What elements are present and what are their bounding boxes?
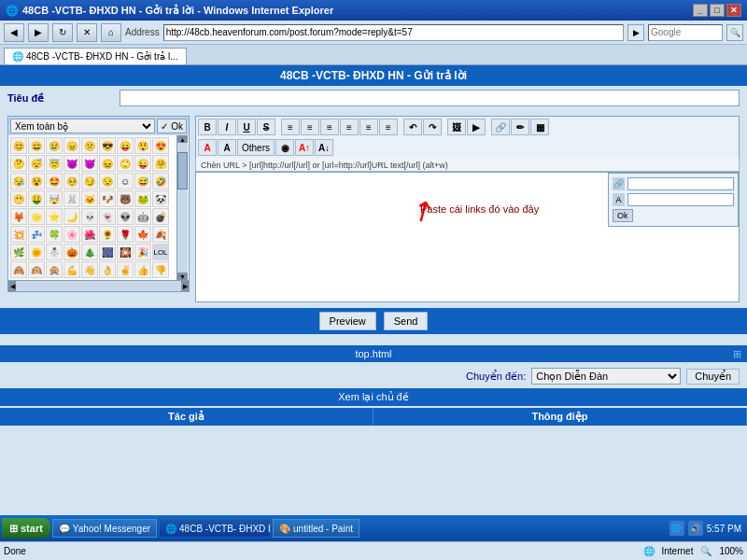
home-btn[interactable]: ⌂ bbox=[101, 23, 121, 42]
emoji-item[interactable]: 😴 bbox=[28, 155, 45, 172]
emoji-item[interactable]: 💀 bbox=[81, 208, 98, 225]
send-btn[interactable]: Send bbox=[384, 312, 429, 330]
emoji-item[interactable]: 😬 bbox=[10, 190, 27, 207]
subject-input[interactable] bbox=[120, 90, 740, 106]
emoji-item[interactable]: 🍂 bbox=[152, 226, 169, 243]
emoji-item[interactable]: ⭐ bbox=[46, 208, 63, 225]
bold-btn[interactable]: B bbox=[198, 119, 217, 135]
emoji-item[interactable]: 😇 bbox=[46, 155, 63, 172]
media-btn[interactable]: ▶ bbox=[467, 119, 486, 135]
emoji-item[interactable]: 🍀 bbox=[46, 226, 63, 243]
emoji-item[interactable]: 🎃 bbox=[63, 244, 80, 260]
window-controls[interactable]: _ □ ✕ bbox=[693, 4, 741, 17]
redirect-select[interactable]: Chọn Diễn Đàn bbox=[531, 368, 681, 385]
scroll-left-btn[interactable]: ◀ bbox=[8, 281, 16, 291]
emoji-item[interactable]: 😅 bbox=[134, 173, 151, 189]
emoji-item[interactable]: ☺ bbox=[117, 173, 134, 189]
preview-btn[interactable]: Preview bbox=[319, 312, 376, 330]
emoji-item[interactable]: 🤔 bbox=[10, 155, 27, 172]
emoji-item[interactable]: 😎 bbox=[99, 137, 116, 154]
emoji-item[interactable]: 🌸 bbox=[63, 226, 80, 243]
emoji-item[interactable]: 🤩 bbox=[46, 173, 63, 189]
emoji-item[interactable]: 😍 bbox=[152, 137, 169, 154]
emoji-item[interactable]: 🤣 bbox=[152, 173, 169, 189]
emoji-item[interactable]: 🦊 bbox=[10, 208, 27, 225]
emoji-item[interactable]: 😊 bbox=[10, 137, 27, 154]
active-tab[interactable]: 🌐 48CB -VCTB- ĐHXD HN - Gởi trả l... bbox=[4, 48, 187, 64]
scroll-right-btn[interactable]: ▶ bbox=[181, 281, 189, 291]
emoji-item[interactable]: 😪 bbox=[10, 173, 27, 189]
emoji-hscrollbar[interactable]: ◀ ▶ bbox=[8, 280, 189, 291]
align-left-btn[interactable]: ≡ bbox=[281, 119, 300, 135]
taskbar-item-paint[interactable]: 🎨 untitled - Paint bbox=[273, 519, 359, 538]
emoji-item[interactable]: 😛 bbox=[117, 137, 134, 154]
font-increase-btn[interactable]: A↑ bbox=[295, 139, 314, 156]
emoji-item[interactable]: 🌺 bbox=[81, 226, 98, 243]
emoji-item[interactable]: 🙄 bbox=[117, 155, 134, 172]
ul-btn[interactable]: ≡ bbox=[379, 119, 398, 135]
emoji-item[interactable]: 💥 bbox=[10, 226, 27, 243]
emoji-item[interactable]: 🤖 bbox=[134, 208, 151, 225]
emoji-item[interactable]: 🎆 bbox=[99, 244, 116, 260]
start-btn[interactable]: ⊞ start bbox=[2, 518, 50, 539]
emoji-item[interactable]: 😒 bbox=[99, 173, 116, 189]
emoji-item[interactable]: 😏 bbox=[81, 173, 98, 189]
emoji-item[interactable]: ✌ bbox=[117, 261, 134, 278]
emoji-item[interactable]: 🐱 bbox=[81, 190, 98, 207]
edit-btn[interactable]: ✏ bbox=[511, 119, 529, 135]
forward-btn[interactable]: ▶ bbox=[28, 23, 49, 42]
emoji-item[interactable]: 👻 bbox=[99, 208, 116, 225]
scroll-up-btn[interactable]: ▲ bbox=[177, 135, 188, 143]
search-btn[interactable]: 🔍 bbox=[726, 24, 743, 41]
emoji-item[interactable]: 😢 bbox=[46, 137, 63, 154]
scroll-thumb[interactable] bbox=[177, 152, 188, 189]
image-btn[interactable]: 🖼 bbox=[447, 119, 466, 135]
undo-btn[interactable]: ↶ bbox=[403, 119, 422, 135]
strikethrough-btn[interactable]: S bbox=[257, 119, 275, 135]
emoji-item[interactable]: 🥺 bbox=[63, 173, 80, 189]
underline-btn[interactable]: U bbox=[237, 119, 256, 135]
minimize-btn[interactable]: _ bbox=[693, 4, 708, 17]
emoji-item[interactable]: 😲 bbox=[134, 137, 151, 154]
emoji-item[interactable]: 👽 bbox=[117, 208, 134, 225]
italic-btn[interactable]: I bbox=[218, 119, 236, 135]
smiley-btn[interactable]: ◉ bbox=[275, 139, 294, 156]
font-size-btn[interactable]: A bbox=[218, 139, 236, 156]
emoji-item[interactable]: 👍 bbox=[134, 261, 151, 278]
ol-btn[interactable]: ≡ bbox=[359, 119, 378, 135]
emoji-item[interactable]: 🙊 bbox=[46, 261, 63, 278]
emoji-item[interactable]: 😄 bbox=[28, 137, 45, 154]
font-color-btn[interactable]: A bbox=[198, 139, 217, 156]
emoji-item[interactable]: 🐻 bbox=[117, 190, 134, 207]
emoji-item[interactable]: 🎇 bbox=[117, 244, 134, 260]
address-input[interactable] bbox=[163, 24, 624, 41]
emoji-item[interactable]: 🎉 bbox=[134, 244, 151, 260]
redirect-btn[interactable]: Chuyển bbox=[686, 369, 740, 385]
emoji-item[interactable]: 🌹 bbox=[117, 226, 134, 243]
emoji-item[interactable]: 🤑 bbox=[28, 190, 45, 207]
close-btn[interactable]: ✕ bbox=[726, 4, 741, 17]
emoji-category-select[interactable]: Xem toàn bộ bbox=[10, 119, 155, 133]
go-btn[interactable]: ▶ bbox=[627, 24, 644, 41]
emoji-item[interactable]: 💪 bbox=[63, 261, 80, 278]
search-input[interactable] bbox=[648, 24, 723, 41]
emoji-item[interactable]: 🐶 bbox=[99, 190, 116, 207]
taskbar-item-ie[interactable]: 🌐 48CB -VCTB- ĐHXD H... bbox=[159, 519, 271, 538]
emoji-item[interactable]: 🌿 bbox=[10, 244, 27, 260]
emoji-item[interactable]: 💤 bbox=[28, 226, 45, 243]
back-btn[interactable]: ◀ bbox=[4, 23, 24, 42]
emoji-item[interactable]: 😖 bbox=[99, 155, 116, 172]
emoji-item[interactable]: 🙉 bbox=[28, 261, 45, 278]
align-center-btn[interactable]: ≡ bbox=[301, 119, 319, 135]
emoji-item[interactable]: 🌞 bbox=[28, 244, 45, 260]
refresh-btn[interactable]: ↻ bbox=[52, 23, 73, 42]
stop-btn[interactable]: ✕ bbox=[77, 23, 97, 42]
emoji-item[interactable]: 👌 bbox=[99, 261, 116, 278]
emoji-item[interactable]: 🙈 bbox=[10, 261, 27, 278]
emoji-item[interactable]: 😈 bbox=[63, 155, 80, 172]
table-btn[interactable]: ▦ bbox=[530, 119, 549, 135]
emoji-item[interactable]: 🌟 bbox=[28, 208, 45, 225]
redo-btn[interactable]: ↷ bbox=[423, 119, 442, 135]
justify-btn[interactable]: ≡ bbox=[340, 119, 359, 135]
emoji-item[interactable]: 🐰 bbox=[63, 190, 80, 207]
